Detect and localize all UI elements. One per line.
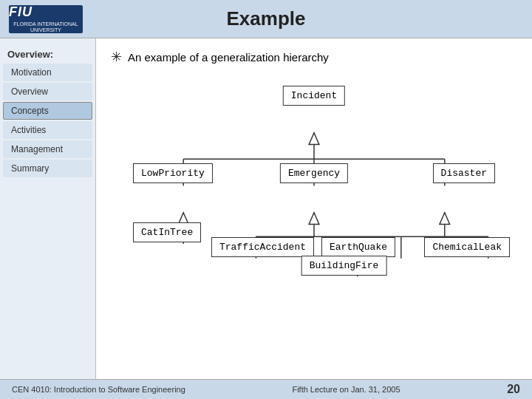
footer-page: 20 [507, 383, 520, 396]
building-fire-box: BuildingFire [301, 256, 387, 276]
sidebar-item-motivation[interactable]: Motivation [3, 64, 92, 81]
traffic-accident-box: TrafficAccident [211, 237, 314, 257]
bullet-icon: ✳ [111, 49, 122, 65]
intro-text: An example of a generalization hierarchy [128, 51, 329, 64]
sidebar-item-summary[interactable]: Summary [3, 160, 92, 177]
logo-box: FIU FLORIDA INTERNATIONAL UNIVERSITY [9, 5, 83, 33]
emergency-box: Emergency [280, 163, 348, 183]
footer-course: CEN 4010: Introduction to Software Engin… [12, 385, 185, 394]
footer: CEN 4010: Introduction to Software Engin… [0, 379, 532, 399]
chemical-leak-box: ChemicalLeak [424, 237, 510, 257]
incident-box: Incident [283, 86, 345, 106]
sidebar-item-activities[interactable]: Activities [3, 121, 92, 139]
intro-line: ✳ An example of a generalization hierarc… [111, 49, 517, 65]
hierarchy-diagram: Incident LowPriority Emergency Disaster … [111, 78, 517, 373]
content-area: ✳ An example of a generalization hierarc… [96, 38, 532, 379]
cat-in-tree-box: CatInTree [133, 222, 201, 242]
logo-text: FIU [9, 4, 83, 20]
sidebar-item-overview[interactable]: Overview [3, 83, 92, 100]
main-area: Overview: Motivation Overview Concepts A… [0, 38, 532, 379]
earth-quake-box: EarthQuake [321, 237, 395, 257]
logo: FIU FLORIDA INTERNATIONAL UNIVERSITY [9, 5, 83, 33]
sidebar-item-management[interactable]: Management [3, 140, 92, 158]
sidebar-section-title: Overview: [0, 46, 95, 63]
low-priority-box: LowPriority [133, 163, 213, 183]
footer-lecture: Fifth Lecture on Jan. 31, 2005 [292, 385, 400, 394]
disaster-box: Disaster [433, 163, 495, 183]
page-title: Example [227, 7, 306, 30]
svg-marker-11 [309, 213, 319, 225]
sidebar-item-concepts[interactable]: Concepts [3, 102, 92, 120]
sidebar: Overview: Motivation Overview Concepts A… [0, 38, 96, 379]
svg-marker-6 [309, 133, 319, 145]
logo-sub: FLORIDA INTERNATIONAL UNIVERSITY [9, 21, 83, 33]
svg-marker-16 [440, 213, 450, 225]
header: FIU FLORIDA INTERNATIONAL UNIVERSITY Exa… [0, 0, 532, 38]
